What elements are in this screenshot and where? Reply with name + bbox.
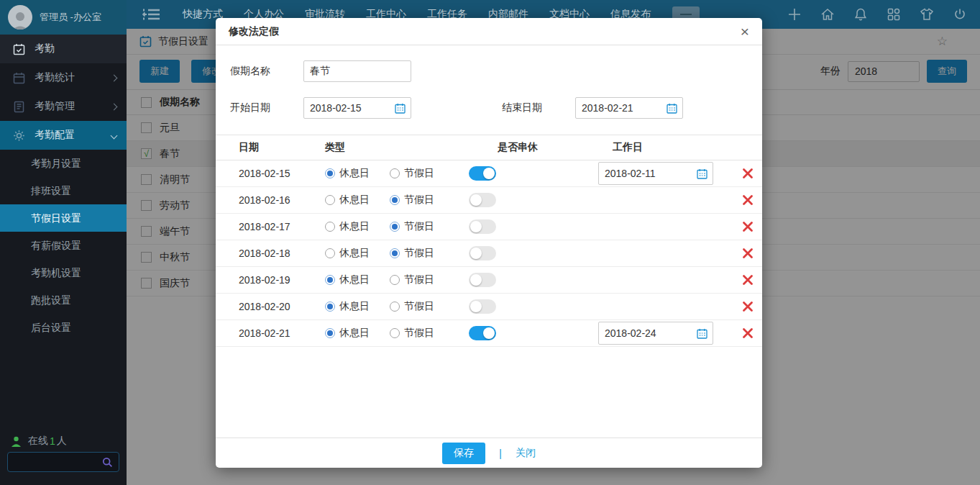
sidebar-item-attendance-mgmt[interactable]: 考勤管理 bbox=[0, 92, 127, 121]
calendar-check-icon bbox=[13, 43, 25, 55]
workday-column: 工作日 bbox=[598, 141, 725, 154]
swap-toggle[interactable] bbox=[469, 193, 496, 207]
radio-rest-day[interactable]: 休息日 bbox=[325, 194, 370, 207]
start-date-field bbox=[303, 97, 411, 119]
radio-holiday[interactable]: 节假日 bbox=[390, 194, 434, 207]
sidebar-item-attendance[interactable]: 考勤 bbox=[0, 35, 127, 63]
swap-toggle[interactable] bbox=[469, 326, 496, 340]
day-date: 2018-02-19 bbox=[239, 274, 325, 286]
sidebar-search-input[interactable] bbox=[8, 457, 102, 468]
online-label: 在线 bbox=[28, 435, 48, 448]
close-button[interactable]: 关闭 bbox=[516, 447, 536, 460]
start-date-input[interactable] bbox=[304, 102, 395, 114]
calendar-icon[interactable] bbox=[395, 103, 406, 114]
day-type-radios: 休息日节假日 bbox=[325, 167, 469, 181]
day-row: 2018-02-15休息日节假日 bbox=[216, 160, 762, 187]
radio-icon bbox=[390, 275, 400, 285]
radio-rest-day[interactable]: 休息日 bbox=[325, 167, 370, 180]
day-type-radios: 休息日节假日 bbox=[325, 220, 469, 234]
user-block[interactable]: 管理员 -办公室 bbox=[0, 0, 127, 35]
delete-row-button[interactable] bbox=[742, 248, 754, 259]
day-type-radios: 休息日节假日 bbox=[325, 273, 469, 287]
home-icon[interactable] bbox=[820, 7, 835, 22]
delete-row-button[interactable] bbox=[742, 221, 754, 232]
swap-toggle[interactable] bbox=[469, 219, 496, 234]
gear-icon bbox=[13, 130, 25, 142]
holiday-name-input[interactable] bbox=[303, 60, 411, 82]
swap-cell bbox=[469, 299, 598, 314]
radio-holiday[interactable]: 节假日 bbox=[390, 327, 434, 340]
toggle-knob bbox=[470, 274, 482, 286]
calendar-icon bbox=[13, 72, 25, 84]
online-status: 在线 1 人 bbox=[11, 435, 67, 448]
radio-label: 休息日 bbox=[339, 327, 370, 340]
swap-toggle[interactable] bbox=[469, 273, 496, 287]
save-button[interactable]: 保存 bbox=[442, 443, 485, 464]
day-row: 2018-02-20休息日节假日 bbox=[216, 294, 762, 320]
radio-rest-day[interactable]: 休息日 bbox=[325, 273, 370, 286]
search-icon[interactable] bbox=[102, 457, 113, 468]
day-date: 2018-02-20 bbox=[239, 301, 325, 312]
radio-holiday[interactable]: 节假日 bbox=[390, 273, 434, 286]
online-suffix: 人 bbox=[57, 435, 67, 448]
radio-icon bbox=[325, 248, 335, 258]
radio-icon bbox=[325, 168, 335, 178]
collapse-menu-icon[interactable] bbox=[142, 7, 161, 22]
swap-toggle[interactable] bbox=[469, 246, 496, 260]
radio-icon bbox=[390, 248, 400, 258]
calendar-icon[interactable] bbox=[697, 328, 707, 339]
radio-holiday[interactable]: 节假日 bbox=[390, 247, 434, 260]
theme-icon[interactable] bbox=[920, 7, 934, 22]
radio-rest-day[interactable]: 休息日 bbox=[325, 300, 370, 313]
day-row: 2018-02-19休息日节假日 bbox=[216, 267, 762, 294]
report-icon bbox=[13, 101, 25, 113]
radio-icon bbox=[390, 328, 400, 338]
sidebar-item-attendance-config[interactable]: 考勤配置 bbox=[0, 121, 127, 150]
sidebar-subitem[interactable]: 后台设置 bbox=[0, 314, 127, 341]
workday-cell bbox=[598, 162, 725, 185]
bell-icon[interactable] bbox=[853, 7, 868, 22]
sidebar-item-label: 考勤管理 bbox=[35, 100, 75, 113]
sidebar-subitem[interactable]: 有薪假设置 bbox=[0, 232, 127, 259]
topbar-icons bbox=[787, 0, 967, 29]
swap-toggle[interactable] bbox=[469, 299, 496, 314]
delete-row-button[interactable] bbox=[742, 327, 754, 339]
sidebar-subnav: 考勤月设置排班设置节假日设置有薪假设置考勤机设置跑批设置后台设置 bbox=[0, 150, 127, 341]
delete-row-button[interactable] bbox=[742, 194, 754, 206]
sidebar-subitem[interactable]: 排班设置 bbox=[0, 177, 127, 204]
sidebar-subitem[interactable]: 节假日设置 bbox=[0, 204, 127, 232]
end-date-input[interactable] bbox=[576, 102, 667, 114]
delete-row-button[interactable] bbox=[742, 274, 754, 286]
delete-row-button[interactable] bbox=[742, 168, 754, 179]
date-column: 日期 bbox=[239, 141, 325, 154]
sidebar-item-attendance-stats[interactable]: 考勤统计 bbox=[0, 63, 127, 92]
delete-row-button[interactable] bbox=[742, 301, 754, 312]
sidebar-subitem[interactable]: 跑批设置 bbox=[0, 286, 127, 314]
calendar-icon[interactable] bbox=[697, 168, 707, 179]
close-icon[interactable]: × bbox=[741, 24, 749, 39]
chevron-right-icon bbox=[111, 103, 118, 110]
power-icon[interactable] bbox=[953, 7, 967, 22]
radio-holiday[interactable]: 节假日 bbox=[390, 300, 434, 313]
swap-cell bbox=[469, 273, 598, 287]
radio-icon bbox=[325, 195, 335, 205]
radio-label: 节假日 bbox=[404, 247, 434, 260]
radio-holiday[interactable]: 节假日 bbox=[390, 220, 434, 233]
radio-rest-day[interactable]: 休息日 bbox=[325, 327, 370, 340]
radio-label: 节假日 bbox=[404, 220, 434, 233]
sidebar-subitem[interactable]: 考勤机设置 bbox=[0, 259, 127, 286]
calendar-icon[interactable] bbox=[667, 103, 677, 114]
radio-rest-day[interactable]: 休息日 bbox=[325, 247, 370, 260]
plus-icon[interactable] bbox=[787, 7, 802, 22]
swap-cell bbox=[469, 326, 598, 340]
day-date: 2018-02-16 bbox=[239, 194, 325, 206]
modal-title: 修改法定假 bbox=[229, 25, 279, 38]
radio-rest-day[interactable]: 休息日 bbox=[325, 220, 370, 233]
apps-icon[interactable] bbox=[887, 7, 901, 22]
sidebar-subitem[interactable]: 考勤月设置 bbox=[0, 150, 127, 177]
workday-input[interactable] bbox=[599, 327, 697, 339]
swap-toggle[interactable] bbox=[469, 166, 496, 181]
radio-holiday[interactable]: 节假日 bbox=[390, 167, 434, 180]
workday-input[interactable] bbox=[599, 168, 697, 179]
radio-icon bbox=[325, 275, 335, 285]
